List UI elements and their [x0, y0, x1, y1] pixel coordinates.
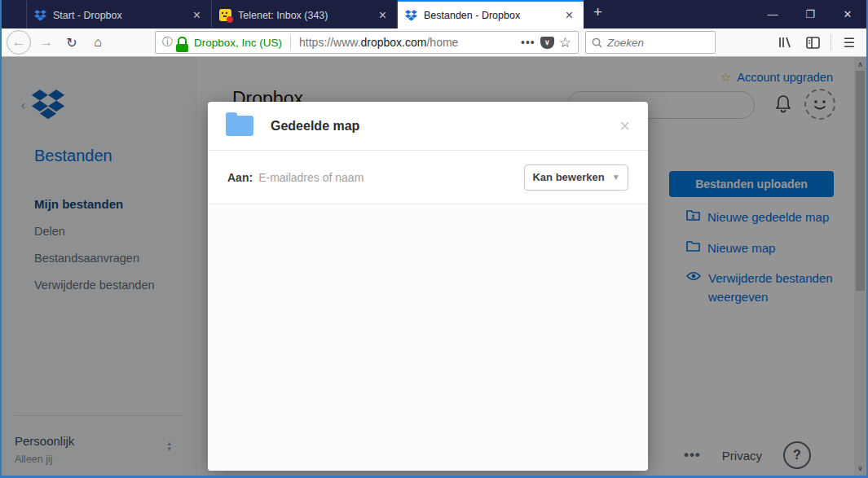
tab-bestanden-dropbox[interactable]: Bestanden - Dropbox ×: [398, 0, 584, 29]
pocket-icon[interactable]: ∨: [540, 37, 554, 49]
sidebars-icon[interactable]: [800, 30, 825, 55]
close-icon[interactable]: ×: [190, 8, 204, 23]
close-icon[interactable]: ×: [619, 117, 630, 135]
url-text[interactable]: https://www.dropbox.com/home: [299, 36, 516, 49]
browser-search-box[interactable]: [585, 31, 716, 54]
permission-dropdown[interactable]: Kan bewerken ▼: [524, 164, 628, 191]
library-icon[interactable]: [773, 30, 797, 55]
dialog-title: Gedeelde map: [271, 119, 359, 134]
navigation-toolbar: ← → ↻ ⌂ ⓘ Dropbox, Inc (US) https://www.…: [2, 29, 866, 57]
reload-button[interactable]: ↻: [59, 35, 85, 50]
telenet-icon: [219, 9, 231, 21]
blue-folder-icon: [226, 116, 253, 136]
tab-title: Telenet: Inbox (343): [238, 10, 369, 21]
tab-title: Start - Dropbox: [53, 10, 183, 21]
forward-button[interactable]: →: [34, 34, 59, 50]
dialog-header: Gedeelde map ×: [208, 102, 648, 151]
search-icon: [592, 37, 602, 48]
tab-telenet-inbox[interactable]: Telenet: Inbox (343) ×: [212, 0, 398, 29]
tab-title: Bestanden - Dropbox: [424, 10, 556, 21]
maximize-button[interactable]: ❐: [791, 0, 829, 29]
menu-icon[interactable]: ☰: [837, 30, 861, 55]
new-tab-button[interactable]: +: [584, 0, 612, 29]
window-controls: — ❐ ✕: [754, 0, 866, 29]
dropbox-icon: [405, 10, 417, 21]
close-icon[interactable]: ×: [562, 8, 576, 23]
dropbox-icon: [34, 10, 46, 21]
toolbar-right-icons: ☰: [773, 30, 861, 55]
minimize-button[interactable]: —: [754, 0, 791, 29]
to-label: Aan:: [227, 171, 253, 184]
page-content: ‹ Bestanden Mijn bestanden Delen Bestand…: [2, 57, 866, 476]
back-button[interactable]: ←: [7, 30, 31, 55]
browser-window: Start - Dropbox × Telenet: Inbox (343) ×…: [0, 0, 868, 478]
home-button[interactable]: ⌂: [85, 35, 111, 50]
tab-start-dropbox[interactable]: Start - Dropbox ×: [26, 0, 212, 29]
search-input[interactable]: [607, 37, 697, 49]
bookmark-star-icon[interactable]: ☆: [559, 34, 571, 51]
url-separator: [290, 35, 291, 50]
shared-folder-dialog: Gedeelde map × Aan: E-mailadres of naam …: [208, 102, 648, 471]
close-icon[interactable]: ×: [376, 8, 390, 23]
recipient-input[interactable]: E-mailadres of naam: [258, 171, 364, 184]
site-identity-label[interactable]: Dropbox, Inc (US): [194, 37, 282, 49]
info-icon[interactable]: ⓘ: [162, 35, 173, 50]
page-actions-icon[interactable]: •••: [521, 36, 535, 49]
recipient-row: Aan: E-mailadres of naam Kan bewerken ▼: [208, 151, 648, 204]
lock-icon: [178, 37, 187, 44]
url-bar[interactable]: ⓘ Dropbox, Inc (US) https://www.dropbox.…: [155, 31, 579, 54]
toolbar-separator: [831, 34, 831, 50]
dialog-body: [208, 204, 648, 471]
close-window-button[interactable]: ✕: [829, 0, 866, 29]
chevron-down-icon: ▼: [612, 173, 620, 182]
tab-bar: Start - Dropbox × Telenet: Inbox (343) ×…: [2, 0, 866, 29]
